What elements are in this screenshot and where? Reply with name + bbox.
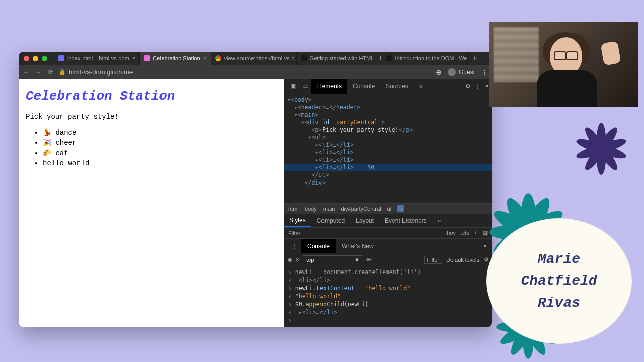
bookmark-icon[interactable]: ⊕	[436, 68, 442, 76]
gear-icon[interactable]: ⚙	[465, 83, 471, 90]
close-tab-icon[interactable]: ×	[203, 55, 207, 62]
rendered-page: Celebration Station Pick your party styl…	[19, 79, 284, 327]
tab-computed[interactable]: Computed	[312, 214, 350, 227]
page-title: Celebration Station	[26, 88, 277, 104]
tab-label: Introduction to the DOM - Web	[395, 55, 468, 61]
address-bar: ← → ⟳ 🔒 html-vs-dom.glitch.me ⊕ Guest ⋮	[19, 65, 492, 79]
devtools-tab-more[interactable]: »	[414, 79, 428, 94]
eye-icon[interactable]: 👁	[366, 257, 372, 263]
tab-intro-dom[interactable]: Introduction to the DOM - Web ×	[382, 52, 468, 65]
content-row: Celebration Station Pick your party styl…	[19, 79, 492, 327]
context-select[interactable]: top▼	[303, 255, 363, 264]
log-levels-select[interactable]: Default levels	[446, 257, 479, 263]
avatar-icon	[448, 68, 456, 76]
drawer-menu-icon[interactable]: ⋮	[287, 243, 301, 250]
tab-getting-started[interactable]: Getting started with HTML – Le ×	[297, 52, 382, 65]
console-filter-input[interactable]: Filter	[424, 256, 442, 264]
presenter-middle-name: Chatfield	[521, 270, 597, 292]
selected-node[interactable]: ▸<li>…</li> == $0	[284, 164, 492, 171]
kebab-menu-icon[interactable]: ⋮	[475, 83, 481, 90]
url-field[interactable]: 🔒 html-vs-dom.glitch.me	[59, 68, 431, 76]
tab-index-html[interactable]: index.html – html-vs-dom ×	[54, 52, 140, 65]
hov-toggle[interactable]: :hov	[445, 230, 456, 236]
url-text: html-vs-dom.glitch.me	[69, 68, 133, 76]
kebab-menu-icon[interactable]: ⋮	[481, 68, 488, 76]
drawer-tab-whats-new[interactable]: What's New	[336, 239, 380, 253]
favicon-icon	[386, 55, 392, 61]
new-style-rule-icon[interactable]: +	[474, 230, 477, 236]
list-item: hello world	[43, 158, 277, 168]
tab-label: Celebration Station	[153, 55, 200, 61]
devtools-toolbar: ▣ ▭ Elements Console Sources » ⚙ ⋮ ×	[284, 79, 492, 94]
profile-badge[interactable]: Guest	[448, 68, 475, 76]
drawer-tab-console[interactable]: Console	[301, 239, 336, 253]
console-sidebar-icon[interactable]: ▣	[287, 256, 292, 263]
lock-icon: 🔒	[59, 69, 66, 75]
new-tab-button[interactable]: +	[468, 54, 482, 63]
flower-decoration	[574, 124, 629, 179]
presenter-last-name: Rivas	[521, 292, 597, 314]
close-icon[interactable]	[24, 56, 29, 61]
page-prompt: Pick your party style!	[26, 113, 277, 121]
devtools-panel: ▣ ▭ Elements Console Sources » ⚙ ⋮ × ▾<b…	[284, 79, 492, 327]
favicon-icon	[215, 55, 221, 61]
browser-window: index.html – html-vs-dom × Celebration S…	[19, 52, 492, 327]
tab-event-listeners[interactable]: Event Listeners	[380, 214, 432, 227]
console-output[interactable]: › newLi = document.createElement('li') ‹…	[284, 266, 492, 327]
forward-button[interactable]: →	[35, 69, 42, 76]
favicon-icon	[58, 55, 64, 61]
party-list: 💃 dance 🎉 cheer 🌮 eat hello world	[26, 128, 277, 168]
list-item: 🎉 cheer	[43, 138, 277, 148]
window-controls[interactable]	[24, 56, 47, 61]
devtools-tab-elements[interactable]: Elements	[311, 79, 347, 94]
breadcrumb[interactable]: html body main div#partyCentral ul li	[284, 203, 492, 214]
presenter-figure	[534, 32, 604, 107]
tab-label: view-source:https://html-vs-d	[224, 55, 295, 61]
tab-styles[interactable]: Styles	[284, 214, 311, 227]
list-item: 💃 dance	[43, 128, 277, 138]
presenter-name-card: Marie Chatfield Rivas	[486, 218, 632, 344]
devtools-drawer: ⋮ Console What's New × ▣ ⊘ top▼ 👁 Filter	[284, 238, 492, 327]
presenter-webcam	[489, 22, 638, 107]
tab-celebration-station[interactable]: Celebration Station ×	[140, 52, 211, 65]
tab-strip: index.html – html-vs-dom × Celebration S…	[19, 52, 492, 65]
console-toolbar: ▣ ⊘ top▼ 👁 Filter Default levels ⚙	[284, 253, 492, 266]
tab-view-source[interactable]: view-source:https://html-vs-d ×	[211, 52, 297, 65]
cls-toggle[interactable]: .cls	[461, 230, 469, 236]
tab-layout[interactable]: Layout	[351, 214, 379, 227]
close-icon[interactable]: ×	[485, 83, 489, 90]
styles-tabs: Styles Computed Layout Event Listeners »	[284, 214, 492, 227]
favicon-icon	[144, 55, 150, 61]
close-tab-icon[interactable]: ×	[132, 55, 136, 62]
favicon-icon	[301, 55, 307, 61]
tab-more[interactable]: »	[433, 214, 446, 227]
inspect-icon[interactable]: ▣	[287, 81, 298, 92]
devtools-tab-sources[interactable]: Sources	[381, 79, 413, 94]
devtools-tab-console[interactable]: Console	[348, 79, 380, 94]
styles-filter-row: Filter :hov .cls + ▦	[284, 227, 492, 238]
device-toggle-icon[interactable]: ▭	[299, 81, 310, 92]
clear-console-icon[interactable]: ⊘	[295, 256, 300, 263]
list-item: 🌮 eat	[43, 148, 277, 158]
presenter-first-name: Marie	[521, 248, 597, 270]
back-button[interactable]: ←	[23, 69, 30, 76]
drawer-tab-strip: ⋮ Console What's New ×	[284, 239, 492, 253]
elements-tree[interactable]: ▾<body> ▸<header>…</header> ▾<main> ▾<di…	[284, 94, 492, 203]
filter-input[interactable]: Filter	[288, 230, 300, 236]
minimize-icon[interactable]	[33, 56, 38, 61]
tab-label: index.html – html-vs-dom	[67, 55, 129, 61]
profile-label: Guest	[459, 69, 475, 76]
maximize-icon[interactable]	[42, 56, 47, 61]
tab-label: Getting started with HTML – Le	[310, 55, 382, 61]
reload-button[interactable]: ⟳	[47, 69, 54, 76]
